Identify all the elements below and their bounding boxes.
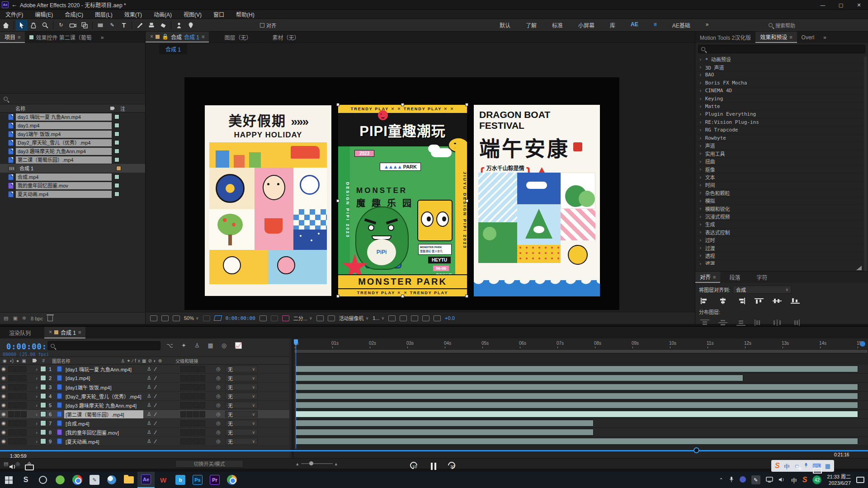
quality-switch-icon[interactable]: ∕: [155, 420, 180, 427]
timeline-layer-row[interactable]: ◉ › 7 [合成.mp4] ♙ ∕ ◎ 无∨: [0, 419, 289, 428]
layer-name[interactable]: [合成.mp4]: [64, 419, 143, 427]
quality-switch-icon[interactable]: ∕: [155, 375, 180, 381]
layer-duration-bar[interactable]: [295, 375, 743, 381]
chevron-right-icon[interactable]: ›: [699, 159, 702, 164]
parent-dropdown[interactable]: 无∨: [225, 393, 258, 399]
eye-icon[interactable]: ◉: [0, 402, 7, 408]
selection-handle[interactable]: [465, 103, 468, 106]
chevron-right-icon[interactable]: ›: [699, 221, 702, 227]
label-swatch[interactable]: [114, 174, 119, 179]
shy-switch-icon[interactable]: ♙: [143, 402, 155, 408]
layer-duration-bar[interactable]: [295, 420, 594, 427]
timeline-layer-row[interactable]: ◉ › 4 [Day2_摩天轮_雪儿（优秀）.mp4] ♙ ∕ ◎ 无∨: [0, 392, 289, 401]
tray-volume-icon[interactable]: [778, 477, 786, 483]
workspace-libraries[interactable]: 库: [610, 21, 615, 29]
project-item-row[interactable]: day1.mp4: [0, 121, 145, 130]
parent-dropdown[interactable]: 无∨: [225, 366, 258, 372]
pick-whip-icon[interactable]: ◎: [212, 429, 225, 435]
menu-item[interactable]: 图层(L): [95, 10, 113, 18]
timeline-layer-row[interactable]: ◉ › 1 [day1 嗨玩一夏 九鱼Ann.mp4] ♙ ∕ ◎ 无∨: [0, 365, 289, 374]
align-center-h-button[interactable]: [718, 297, 728, 305]
zoom-select[interactable]: 50%∨: [184, 315, 199, 321]
distribute-left-button[interactable]: [754, 319, 764, 326]
notification-center-icon[interactable]: [856, 477, 864, 483]
workspace-menu-icon[interactable]: ≡: [654, 21, 657, 29]
rotate-tool-icon[interactable]: ↻: [55, 20, 67, 31]
chevron-right-icon[interactable]: ›: [699, 56, 702, 62]
close-icon[interactable]: ×: [150, 33, 153, 40]
brush-tool-icon[interactable]: [134, 20, 146, 31]
chevron-right-icon[interactable]: ›: [699, 237, 702, 243]
chevron-right-icon[interactable]: ›: [699, 206, 702, 211]
effect-category-row[interactable]: › Keying: [695, 95, 863, 103]
effect-category-row[interactable]: › Boris FX Mocha: [695, 79, 863, 87]
align-right-button[interactable]: [736, 297, 746, 305]
hide-shy-icon[interactable]: ♙: [194, 342, 200, 349]
chevron-right-icon[interactable]: ›: [699, 96, 702, 102]
shy-switch-icon[interactable]: ♙: [143, 429, 155, 435]
layer-duration-lane[interactable]: [294, 401, 868, 410]
layer-label-swatch[interactable]: [40, 438, 46, 444]
layer-name[interactable]: [day1端午 饭饭.mp4]: [64, 383, 143, 391]
workspace-ae-basics[interactable]: AE基础: [672, 21, 690, 29]
menu-item[interactable]: 文件(F): [5, 10, 23, 18]
menu-item[interactable]: 编辑(E): [35, 10, 53, 18]
project-item-row[interactable]: 合成.mp4: [0, 173, 145, 181]
distribute-top-button[interactable]: [700, 319, 710, 326]
zoom-tool-icon[interactable]: [39, 20, 51, 31]
tab-project[interactable]: 项目≡: [0, 32, 25, 43]
project-search[interactable]: [0, 94, 145, 104]
layer-name[interactable]: [day1 嗨玩一夏 九鱼Ann.mp4]: [64, 365, 143, 373]
tray-green-badge[interactable]: 42: [812, 475, 821, 484]
crosshair-icon[interactable]: [203, 315, 210, 321]
interpret-footage-icon[interactable]: ▤: [4, 315, 8, 321]
chevron-right-icon[interactable]: ›: [699, 198, 702, 204]
label-swatch[interactable]: [114, 140, 119, 145]
effect-category-row[interactable]: › CINEMA 4D: [695, 87, 863, 95]
expand-layers-icon[interactable]: ▤: [4, 461, 8, 467]
pick-whip-icon[interactable]: ◎: [212, 393, 225, 399]
tab-effects-presets[interactable]: 效果和预设≡: [755, 32, 797, 43]
label-swatch[interactable]: [114, 183, 119, 188]
tray-mic-icon[interactable]: [729, 476, 734, 483]
tab-character[interactable]: 字符: [752, 272, 772, 283]
poster-happy-holiday[interactable]: 美好假期 »»» HAPPY HOLIDAY: [205, 105, 331, 296]
effect-category-row[interactable]: › RE:Vision Plug-ins: [695, 118, 863, 126]
mask-visibility-icon[interactable]: [213, 315, 222, 321]
eye-icon[interactable]: ◉: [0, 420, 7, 426]
taskbar-premiere-icon[interactable]: Pr: [206, 472, 223, 488]
workspace-learn[interactable]: 了解: [526, 21, 537, 29]
effect-category-row[interactable]: › 抠像: [695, 165, 863, 173]
selection-handle[interactable]: [336, 199, 340, 202]
tab-timeline-comp[interactable]: × 合成 1 ≡: [44, 327, 85, 338]
magnification-icon[interactable]: [150, 315, 157, 321]
tab-render-queue[interactable]: 渲染队列: [5, 327, 35, 338]
ime-skin-icon[interactable]: ▦: [825, 463, 830, 469]
selection-handle[interactable]: [465, 295, 468, 298]
scrollbar[interactable]: [864, 56, 867, 282]
project-item-row[interactable]: 第二课（葡萄乐园）.mp4: [0, 155, 145, 164]
pick-whip-icon[interactable]: ◎: [212, 420, 225, 426]
chevron-right-icon[interactable]: ›: [699, 182, 702, 188]
tab-motion-tools[interactable]: Motion Tools 2汉化版: [695, 32, 755, 43]
project-item-row[interactable]: day1 嗨玩一夏 九鱼Ann.mp4: [0, 113, 145, 121]
quality-switch-icon[interactable]: ∕: [155, 402, 180, 408]
fast-previews-icon[interactable]: [400, 315, 407, 321]
tray-display-icon[interactable]: [766, 477, 773, 483]
effect-category-row[interactable]: › 杂色和颗粒: [695, 189, 863, 197]
label-swatch[interactable]: [114, 114, 119, 119]
timeline-layer-row[interactable]: ◉ › 6 [第二课（葡萄乐园）.mp4] ♙ ∕ ◎ 无∨: [0, 410, 289, 419]
channels-icon[interactable]: [282, 315, 289, 321]
parent-dropdown[interactable]: 无∨: [225, 429, 258, 436]
chevron-right-icon[interactable]: ›: [699, 261, 702, 265]
tab-overflow-icon[interactable]: »: [96, 32, 108, 43]
panel-menu-icon[interactable]: ≡: [18, 34, 20, 40]
layer-name[interactable]: [Day2_摩天轮_雪儿（优秀）.mp4]: [64, 392, 143, 400]
minimize-button[interactable]: —: [814, 0, 832, 10]
quality-switch-icon[interactable]: ∕: [155, 411, 180, 418]
shy-switch-icon[interactable]: ♙: [143, 411, 155, 417]
layer-duration-bar[interactable]: [295, 393, 858, 399]
align-to-dropdown[interactable]: 合成∨: [733, 286, 792, 294]
tab-align[interactable]: 对齐≡: [695, 272, 720, 283]
layer-duration-lane[interactable]: [294, 419, 868, 428]
